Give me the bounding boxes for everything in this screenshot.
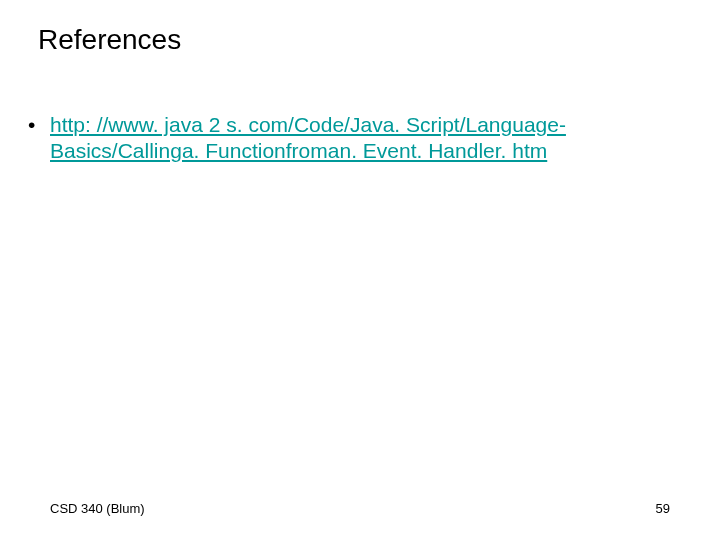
slide-title: References — [38, 24, 181, 56]
bullet-item: • http: //www. java 2 s. com/Code/Java. … — [28, 112, 680, 165]
footer-course: CSD 340 (Blum) — [50, 501, 145, 516]
reference-link-line2: Basics/Callinga. Functionfroman. Event. … — [50, 139, 547, 162]
bullet-marker: • — [28, 112, 50, 138]
slide: References • http: //www. java 2 s. com/… — [0, 0, 720, 540]
reference-link[interactable]: http: //www. java 2 s. com/Code/Java. Sc… — [50, 113, 566, 162]
footer-page-number: 59 — [656, 501, 670, 516]
bullet-text: http: //www. java 2 s. com/Code/Java. Sc… — [50, 112, 680, 165]
reference-link-line1: http: //www. java 2 s. com/Code/Java. Sc… — [50, 113, 566, 136]
slide-body: • http: //www. java 2 s. com/Code/Java. … — [28, 112, 680, 165]
